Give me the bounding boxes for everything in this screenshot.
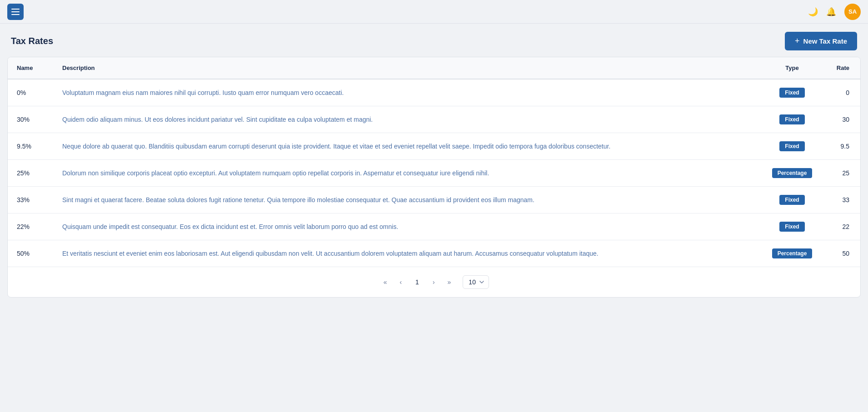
type-badge: Percentage: [772, 168, 813, 178]
cell-name: 50%: [8, 240, 53, 267]
main-content: Name Description Type Rate 0% Voluptatum…: [7, 57, 861, 298]
cell-name: 0%: [8, 79, 53, 106]
prev-page-button[interactable]: ‹: [395, 276, 406, 288]
table-row: 50% Et veritatis nesciunt et eveniet eni…: [8, 240, 860, 267]
cell-name: 33%: [8, 187, 53, 213]
pagination: « ‹ 1 › » 5102050: [8, 267, 860, 297]
type-badge: Fixed: [779, 195, 804, 205]
type-badge: Fixed: [779, 88, 804, 98]
table-row: 0% Voluptatum magnam eius nam maiores ni…: [8, 79, 860, 106]
last-page-button[interactable]: »: [443, 276, 456, 288]
avatar[interactable]: SA: [844, 4, 861, 20]
hamburger-button[interactable]: [7, 4, 24, 20]
table-row: 33% Sint magni et quaerat facere. Beatae…: [8, 187, 860, 213]
current-page-number: 1: [410, 276, 424, 288]
cell-rate: 0: [824, 79, 860, 106]
cell-type: Percentage: [760, 160, 824, 187]
col-header-name: Name: [8, 57, 53, 79]
col-header-rate: Rate: [824, 57, 860, 79]
cell-description: Voluptatum magnam eius nam maiores nihil…: [53, 79, 760, 106]
next-page-button[interactable]: ›: [428, 276, 439, 288]
table-row: 22% Quisquam unde impedit est consequatu…: [8, 213, 860, 240]
cell-name: 22%: [8, 213, 53, 240]
cell-description: Et veritatis nesciunt et eveniet enim eo…: [53, 240, 760, 267]
topbar-left: [7, 4, 24, 20]
table-row: 25% Dolorum non similique corporis place…: [8, 160, 860, 187]
new-tax-rate-button[interactable]: + New Tax Rate: [785, 32, 857, 50]
cell-name: 30%: [8, 106, 53, 133]
table-row: 30% Quidem odio aliquam minus. Ut eos do…: [8, 106, 860, 133]
cell-rate: 22: [824, 213, 860, 240]
cell-rate: 33: [824, 187, 860, 213]
cell-type: Fixed: [760, 213, 824, 240]
page-title: Tax Rates: [11, 36, 53, 46]
cell-description: Dolorum non similique corporis placeat o…: [53, 160, 760, 187]
cell-rate: 50: [824, 240, 860, 267]
cell-rate: 25: [824, 160, 860, 187]
type-badge: Fixed: [779, 114, 804, 124]
notification-icon[interactable]: 🔔: [826, 7, 836, 17]
hamburger-line-3: [11, 14, 20, 15]
per-page-wrapper: 5102050: [463, 275, 489, 289]
cell-type: Fixed: [760, 133, 824, 160]
cell-description: Sint magni et quaerat facere. Beatae sol…: [53, 187, 760, 213]
cell-description: Quidem odio aliquam minus. Ut eos dolore…: [53, 106, 760, 133]
cell-name: 25%: [8, 160, 53, 187]
hamburger-line-2: [11, 11, 20, 12]
cell-type: Fixed: [760, 106, 824, 133]
table-row: 9.5% Neque dolore ab quaerat quo. Blandi…: [8, 133, 860, 160]
per-page-select[interactable]: 5102050: [463, 275, 489, 289]
col-header-description: Description: [53, 57, 760, 79]
cell-description: Neque dolore ab quaerat quo. Blanditiis …: [53, 133, 760, 160]
cell-description: Quisquam unde impedit est consequatur. E…: [53, 213, 760, 240]
first-page-button[interactable]: «: [379, 276, 392, 288]
tax-rates-table: Name Description Type Rate 0% Voluptatum…: [8, 57, 860, 267]
cell-type: Percentage: [760, 240, 824, 267]
plus-icon: +: [795, 36, 800, 46]
table-header-row: Name Description Type Rate: [8, 57, 860, 79]
page-header: Tax Rates + New Tax Rate: [0, 24, 868, 57]
table-header: Name Description Type Rate: [8, 57, 860, 79]
cell-type: Fixed: [760, 187, 824, 213]
type-badge: Fixed: [779, 141, 804, 151]
type-badge: Percentage: [772, 248, 813, 258]
type-badge: Fixed: [779, 222, 804, 232]
topbar: 🌙 🔔 SA: [0, 0, 868, 24]
new-tax-rate-label: New Tax Rate: [803, 37, 847, 45]
dark-mode-icon[interactable]: 🌙: [808, 7, 818, 17]
cell-rate: 30: [824, 106, 860, 133]
cell-rate: 9.5: [824, 133, 860, 160]
cell-name: 9.5%: [8, 133, 53, 160]
topbar-right: 🌙 🔔 SA: [808, 4, 861, 20]
hamburger-line-1: [11, 9, 20, 10]
table-body: 0% Voluptatum magnam eius nam maiores ni…: [8, 79, 860, 267]
cell-type: Fixed: [760, 79, 824, 106]
col-header-type: Type: [760, 57, 824, 79]
